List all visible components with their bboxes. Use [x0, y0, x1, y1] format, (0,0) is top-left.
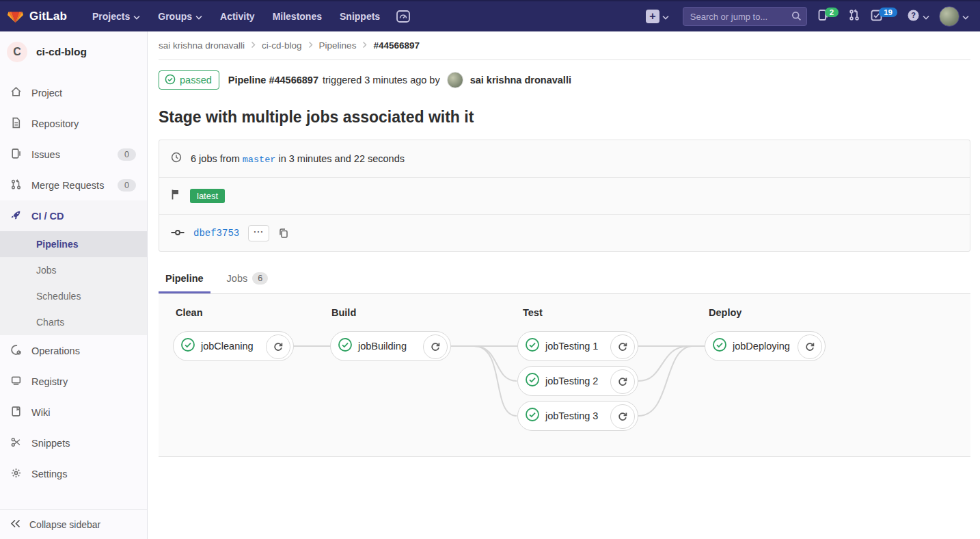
cicd-section: CI / CD Pipelines Jobs Schedules Charts: [0, 200, 147, 335]
job-pill-jobtesting-2[interactable]: jobTesting 2: [517, 366, 638, 396]
new-menu-button[interactable]: +: [646, 10, 669, 23]
plus-icon: +: [646, 10, 659, 23]
sidebar-subitem-schedules[interactable]: Schedules: [0, 283, 147, 309]
top-navbar: GitLab Projects Groups Activity Mileston…: [0, 0, 980, 31]
tab-jobs[interactable]: Jobs 6: [220, 264, 275, 293]
sidebar-item-merge-requests[interactable]: Merge Requests 0: [0, 170, 147, 200]
project-name: ci-cd-blog: [36, 46, 87, 58]
nav-groups[interactable]: Groups: [150, 7, 210, 26]
retry-job-button[interactable]: [610, 404, 635, 429]
job-pill-jobtesting-3[interactable]: jobTesting 3: [517, 401, 638, 431]
project-context-header[interactable]: C ci-cd-blog: [0, 31, 147, 77]
status-passed-icon: [180, 337, 195, 355]
nav-activity[interactable]: Activity: [213, 7, 262, 26]
author-name[interactable]: sai krishna dronavalli: [470, 75, 571, 86]
page-title: Stage with multiple jobs associated with…: [159, 108, 970, 127]
todos-shortcut-button[interactable]: 19: [870, 9, 897, 25]
status-passed-icon: [525, 372, 540, 390]
latest-badge-row: latest: [159, 177, 970, 214]
retry-job-button[interactable]: [423, 334, 448, 359]
commit-row: dbef3753 ···: [159, 214, 970, 251]
job-pill-jobtesting-1[interactable]: jobTesting 1: [517, 331, 638, 361]
pipeline-status-row: passed Pipeline #44566897 triggered 3 mi…: [159, 70, 970, 90]
nav-snippets[interactable]: Snippets: [332, 7, 387, 26]
merge-request-icon: [10, 179, 22, 192]
sidebar-subitem-pipelines[interactable]: Pipelines: [0, 231, 147, 257]
jobs-duration-row: 6 jobs from master in 3 minutes and 22 s…: [159, 140, 970, 177]
svg-text:?: ?: [911, 11, 916, 19]
chevron-right-icon: [308, 40, 313, 51]
retry-job-button[interactable]: [610, 334, 635, 359]
user-avatar: [939, 6, 959, 27]
status-passed-icon: [165, 74, 176, 87]
sidebar-item-ci-cd[interactable]: CI / CD: [0, 200, 147, 231]
sidebar-item-repository[interactable]: Repository: [0, 108, 147, 139]
jobs-summary-text: 6 jobs from master in 3 minutes and 22 s…: [191, 153, 405, 165]
breadcrumb-pipelines[interactable]: Pipelines: [319, 40, 357, 51]
gitlab-tanuki-logo-icon: [7, 7, 24, 26]
project-sidebar: C ci-cd-blog Project Repository Issues 0: [0, 31, 148, 539]
job-pill-jobbuilding[interactable]: jobBuilding: [330, 331, 451, 361]
status-passed-icon: [712, 337, 727, 355]
latest-badge: latest: [190, 189, 225, 203]
help-menu-button[interactable]: ?: [907, 9, 929, 25]
commit-sha-link[interactable]: dbef3753: [193, 228, 239, 239]
commit-message-toggle-button[interactable]: ···: [248, 225, 269, 241]
issues-shortcut-button[interactable]: 2: [817, 8, 839, 25]
user-menu-button[interactable]: [939, 6, 969, 27]
issues-count-badge: 2: [825, 8, 839, 17]
branch-link[interactable]: master: [243, 155, 276, 165]
main-content: sai krishna dronavalli ci-cd-blog Pipeli…: [148, 0, 980, 457]
collapse-sidebar-button[interactable]: Collapse sidebar: [0, 509, 147, 539]
breadcrumb-user[interactable]: sai krishna dronavalli: [159, 40, 245, 51]
chevron-down-icon: [923, 10, 929, 23]
retry-job-button[interactable]: [610, 369, 635, 394]
todos-count-badge: 19: [879, 8, 897, 17]
chevron-down-icon: [962, 10, 969, 23]
sidebar-item-snippets[interactable]: Snippets: [0, 428, 147, 458]
triggered-text: triggered 3 minutes ago by: [323, 75, 440, 86]
sidebar-item-operations[interactable]: Operations: [0, 335, 147, 366]
nav-milestones[interactable]: Milestones: [265, 7, 329, 26]
job-pill-jobcleaning[interactable]: jobCleaning: [173, 331, 294, 361]
pipeline-status-badge[interactable]: passed: [159, 70, 219, 90]
sidebar-item-issues[interactable]: Issues 0: [0, 139, 147, 170]
tab-pipeline[interactable]: Pipeline: [159, 264, 210, 293]
jobs-count-badge: 6: [252, 272, 268, 285]
primary-nav: Projects Groups Activity Milestones Snip…: [85, 7, 387, 26]
sidebar-item-project[interactable]: Project: [0, 77, 147, 108]
copy-commit-sha-button[interactable]: [278, 228, 289, 239]
nav-projects[interactable]: Projects: [85, 7, 148, 26]
global-search: [683, 7, 807, 26]
sidebar-item-settings[interactable]: Settings: [0, 458, 147, 489]
search-icon[interactable]: [791, 11, 802, 24]
sidebar-item-wiki[interactable]: Wiki: [0, 397, 147, 428]
commit-icon: [171, 227, 185, 239]
search-input[interactable]: [683, 7, 807, 26]
issues-count-pill: 0: [118, 148, 136, 161]
breadcrumb: sai krishna dronavalli ci-cd-blog Pipeli…: [159, 31, 970, 60]
breadcrumb-project[interactable]: ci-cd-blog: [262, 40, 302, 51]
pipeline-id-label: Pipeline #44566897: [228, 75, 318, 86]
settings-gear-icon: [10, 467, 22, 481]
operations-gauge-icon: [10, 344, 22, 358]
sidebar-item-registry[interactable]: Registry: [0, 366, 147, 397]
chevron-down-icon: [133, 11, 140, 22]
flag-icon: [171, 189, 181, 203]
retry-job-button[interactable]: [798, 334, 822, 359]
pipeline-tabs: Pipeline Jobs 6: [159, 264, 970, 294]
author-avatar[interactable]: [447, 72, 463, 88]
gitlab-home-link[interactable]: GitLab: [7, 7, 67, 26]
retry-job-button[interactable]: [266, 334, 290, 359]
operations-dashboard-icon[interactable]: [392, 7, 415, 26]
clock-icon: [171, 152, 182, 166]
merge-requests-shortcut-button[interactable]: [848, 8, 860, 25]
cicd-submenu: Pipelines Jobs Schedules Charts: [0, 231, 147, 335]
wiki-book-icon: [10, 406, 22, 419]
pipeline-summary-box: 6 jobs from master in 3 minutes and 22 s…: [159, 140, 970, 252]
sidebar-subitem-charts[interactable]: Charts: [0, 309, 147, 335]
job-pill-jobdeploying[interactable]: jobDeploying: [705, 331, 826, 361]
sidebar-subitem-jobs[interactable]: Jobs: [0, 257, 147, 283]
stage-header-test: Test: [523, 307, 543, 318]
registry-icon: [10, 375, 22, 389]
